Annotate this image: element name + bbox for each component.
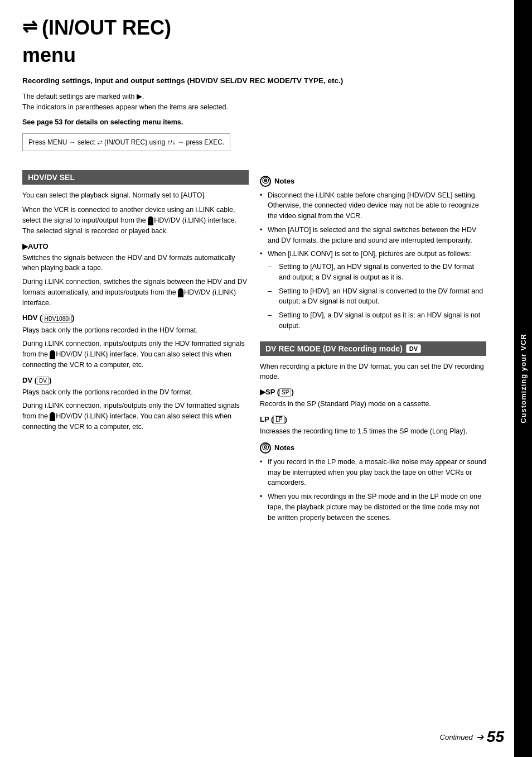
arrow-right: ➔ [476,732,483,742]
main-content: ⇌ (IN/OUT REC) menu Recording settings, … [0,0,514,757]
continued-line: Continued ➔ 55 [440,728,504,746]
hdv-p2: During i.LINK connection, inputs/outputs… [22,339,249,370]
auto-title: ▶AUTO [22,242,249,250]
note1-dash3: Setting to [DV], a DV signal is output a… [268,310,486,331]
hdvdv-p1: You can select the playback signal. Norm… [22,190,249,201]
hdv-title: HDV (HDV1080i) [22,314,249,322]
side-tab: Customizing your VCR [514,0,532,757]
hdv-p1: Plays back only the portions recorded in… [22,325,249,336]
notes2-header: ⓔ Notes [260,442,486,454]
page-container: ⇌ (IN/OUT REC) menu Recording settings, … [0,0,532,757]
notes1-header: ⓔ Notes [260,176,486,187]
notes2-icon: ⓔ [260,442,271,454]
side-tab-text: Customizing your VCR [519,334,528,423]
notes1-list: Disconnect the i.LINK cable before chang… [260,190,486,331]
note1-dash2: Setting to [HDV], an HDV signal is conve… [268,286,486,307]
note2-item2: When you mix recordings in the SP mode a… [260,491,486,523]
dv-rec-header: DV REC MODE (DV Recording mode) DV [260,341,486,356]
subtitle: Recording settings, input and output set… [22,76,486,86]
dv-rec-section: DV REC MODE (DV Recording mode) DV [260,341,486,356]
right-column: ⓔ Notes Disconnect the i.LINK cable befo… [260,170,486,527]
dv-p2: During i.LINK connection, inputs/outputs… [22,401,249,432]
left-column: HDV/DV SEL You can select the playback s… [22,170,249,527]
title-text-line2: menu [22,44,486,67]
note1-item2: When [AUTO] is selected and the signal s… [260,225,486,246]
dv-badge: DV [406,344,421,353]
lp-body: Increases the recording time to 1.5 time… [260,426,486,437]
hdvdv-sel-header: HDV/DV SEL [22,170,249,185]
auto-p1: Switches the signals between the HDV and… [22,253,249,274]
note1-item3: When [i.LINK CONV] is set to [ON], pictu… [260,249,486,331]
title-text-line1: (IN/OUT REC) [42,17,171,39]
continued-text: Continued [440,733,473,741]
dv-title: DV (DV) [22,376,249,385]
note1-item1: Disconnect the i.LINK cable before chang… [260,190,486,221]
lp-title: LP (LP) [260,415,486,424]
instruction-box: Press MENU → select ⇌ (IN/OUT REC) using… [22,133,486,160]
intro-p1: The default settings are marked with ▶. … [22,91,486,113]
dv-rec-p1: When recording a picture in the DV forma… [260,361,486,383]
intro-bold: See page 53 for details on selecting men… [22,117,486,128]
two-col-layout: HDV/DV SEL You can select the playback s… [22,170,486,527]
page-title-block: ⇌ (IN/OUT REC) [22,17,486,39]
notes2-list: If you record in the LP mode, a mosaic-l… [260,457,486,523]
note2-item1: If you record in the LP mode, a mosaic-l… [260,457,486,488]
title-icon: ⇌ [22,18,37,36]
auto-p2: During i.LINK connection, switches the s… [22,277,249,308]
sp-body: Records in the SP (Standard Play) mode o… [260,399,486,409]
hdvdv-p2: When the VCR is connected to another dev… [22,205,249,236]
notes1-icon: ⓔ [260,176,271,187]
sp-title: ▶SP (SP) [260,388,486,397]
dv-p1: Plays back only the portions recorded in… [22,387,249,398]
note1-dash1: Setting to [AUTO], an HDV signal is conv… [268,262,486,283]
page-number: 55 [487,728,504,746]
